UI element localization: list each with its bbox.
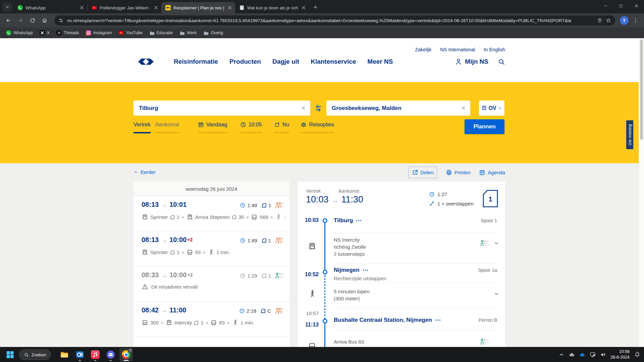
plus-separator: +	[181, 249, 184, 255]
tab-close-icon[interactable]	[79, 5, 85, 10]
tab-close-icon[interactable]	[153, 5, 159, 10]
bookmark-item[interactable]: X	[37, 29, 52, 37]
bookmark-item[interactable]: YouTube	[116, 29, 145, 37]
nav-link[interactable]: Producten	[229, 58, 261, 65]
to-input[interactable]	[332, 105, 457, 112]
expand-chevron-icon[interactable]	[494, 291, 499, 297]
clear-to-icon[interactable]	[461, 105, 466, 111]
mijn-ns-button[interactable]: Mijn NS	[455, 58, 488, 65]
travel-options-button[interactable]: Reisopties	[301, 122, 334, 133]
time-picker[interactable]: 10:05	[240, 122, 262, 133]
clear-from-icon[interactable]	[301, 105, 306, 111]
browser-menu-button[interactable]	[631, 15, 641, 25]
nav-link[interactable]: Reisinformatie	[174, 58, 218, 65]
scrollbar-thumb[interactable]	[640, 39, 643, 140]
open-indicator	[94, 360, 97, 361]
browser-tab[interactable]: Wat kun je doen als je schoene	[235, 2, 309, 13]
stop-name[interactable]: Nijmegen	[334, 267, 368, 274]
maximize-button[interactable]	[613, 0, 629, 11]
taskbar-clock[interactable]: 10:56 26-6-2024	[610, 349, 630, 360]
stop-name[interactable]: Bushalte Centraal Station, Nijmegen	[334, 317, 441, 323]
browser-tab[interactable]: Politievlogger Jan-Willem - Yo	[88, 2, 161, 13]
taskbar-app-outlook[interactable]	[73, 348, 87, 361]
timeline-leg[interactable]: Arriva Bus 83	[298, 330, 505, 347]
trip-result-row[interactable]: 08:42→11:002:18C300+Intercity1+83+1 min.	[133, 302, 289, 337]
stop-name[interactable]: Tilburg	[334, 217, 362, 224]
swap-icon[interactable]	[313, 103, 323, 113]
tab-vertrek[interactable]: Vertrek	[133, 122, 151, 133]
close-button[interactable]	[629, 0, 644, 11]
location-icon[interactable]	[597, 18, 602, 23]
trip-result-row[interactable]: 08:33→10:00+21:291Dit reisadvies vervalt	[133, 266, 289, 302]
network-icon[interactable]	[590, 352, 596, 358]
more-options-icon[interactable]	[363, 269, 368, 271]
taskbar-app-chrome[interactable]: T	[119, 348, 133, 361]
modality-select[interactable]: OV	[479, 101, 504, 116]
feedback-tab[interactable]: Uw mening	[626, 120, 633, 149]
delen-button[interactable]: Delen	[409, 167, 437, 178]
bookmark-item[interactable]: Werk	[177, 29, 199, 37]
tray-chevron-up-icon[interactable]	[558, 352, 565, 358]
bookmark-star-icon[interactable]	[606, 18, 611, 23]
tab-close-icon[interactable]	[227, 5, 232, 10]
search-icon[interactable]	[498, 58, 505, 65]
nav-link[interactable]: Klantenservice	[311, 58, 356, 65]
taskbar-app-discord[interactable]	[104, 348, 117, 361]
to-field[interactable]	[326, 101, 470, 116]
bookmark-item[interactable]: WhatsApp	[3, 29, 36, 37]
taskbar-app-explorer[interactable]	[58, 348, 71, 361]
cloud-icon[interactable]	[569, 352, 575, 358]
top-link[interactable]: In English	[484, 47, 505, 52]
onedrive-icon[interactable]	[579, 352, 585, 358]
top-link[interactable]: Zakelijk	[415, 47, 431, 52]
svg-text:@: @	[57, 31, 61, 35]
start-button[interactable]	[3, 348, 17, 361]
address-bar[interactable]: ns.nl/reisplanner/#/?vertrek=Tilburg&ver…	[54, 15, 615, 25]
date-picker[interactable]: Vandaag	[198, 122, 227, 133]
browser-tab[interactable]: WhatsApp	[13, 2, 87, 13]
tab-aankomst[interactable]: Aankomst	[155, 122, 179, 133]
from-field[interactable]	[133, 101, 310, 116]
open-indicator	[110, 360, 112, 361]
ns-logo[interactable]	[133, 57, 158, 66]
notification-bell-icon[interactable]: z	[634, 351, 641, 358]
taskbar-app-music[interactable]	[89, 348, 102, 361]
reload-button[interactable]	[28, 15, 38, 25]
agenda-button[interactable]: Agenda	[479, 169, 505, 176]
bookmark-label: X	[47, 31, 50, 35]
new-tab-button[interactable]	[311, 3, 320, 11]
now-button[interactable]: Nu	[274, 122, 289, 133]
top-link[interactable]: NS International	[440, 47, 475, 52]
nav-link[interactable]: Meer NS	[367, 58, 393, 65]
site-settings-icon[interactable]	[58, 18, 64, 23]
home-button[interactable]	[40, 15, 50, 25]
profile-avatar[interactable]: T	[620, 16, 629, 25]
tab-close-icon[interactable]	[301, 5, 306, 10]
timeline-leg[interactable]: NS Intercityrichting Zwolle2 tussenstops	[298, 233, 505, 263]
bookmark-item[interactable]: Overig	[201, 29, 226, 37]
printen-button[interactable]: Printen	[446, 169, 471, 176]
more-options-icon[interactable]	[356, 220, 362, 222]
back-button[interactable]	[3, 15, 13, 25]
page-scrollbar[interactable]	[639, 38, 644, 347]
browser-tab[interactable]: Reisplanner | Plan je reis | NS	[161, 2, 235, 13]
plan-button[interactable]: Plannen	[465, 119, 504, 134]
expand-chevron-icon[interactable]	[494, 241, 499, 246]
timeline-leg[interactable]: 5 minuten lopen(300 meter)	[298, 283, 505, 308]
forward-button[interactable]	[15, 15, 25, 25]
from-input[interactable]	[139, 105, 297, 112]
more-options-icon[interactable]	[435, 319, 441, 321]
taskbar-search[interactable]: Zoeken	[19, 349, 51, 360]
speaker-icon[interactable]	[600, 352, 606, 358]
earlier-button[interactable]: Eerder	[133, 169, 156, 175]
nav-link[interactable]: Dagje uit	[272, 58, 299, 65]
bookmark-item[interactable]: Educatie	[147, 29, 176, 37]
trip-result-row[interactable]: 08:13→10:011:481Sprinter1+Arriva Stoptre…	[133, 196, 289, 231]
minimize-button[interactable]	[598, 0, 613, 11]
trip-result-row[interactable]: 08:13→10:00+21:491Sprinter1+83+1 min.	[133, 231, 289, 266]
bus-icon	[251, 214, 258, 221]
tab-search-button[interactable]	[3, 2, 12, 12]
bookmark-item[interactable]: @Threads	[54, 29, 82, 37]
bookmark-item[interactable]: Instagram	[83, 29, 115, 37]
url-text[interactable]: ns.nl/reisplanner/#/?vertrek=Tilburg&ver…	[67, 18, 594, 23]
